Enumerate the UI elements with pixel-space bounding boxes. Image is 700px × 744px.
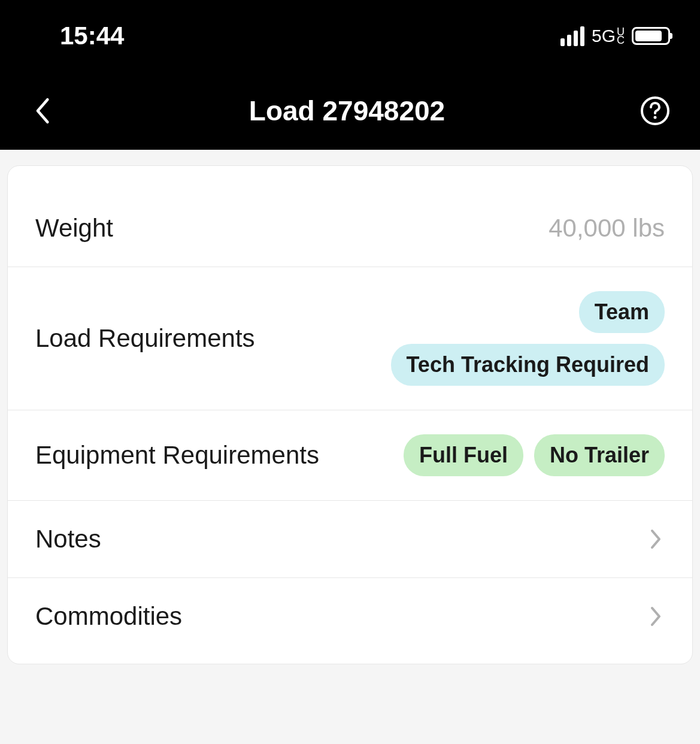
tag-team: Team bbox=[579, 291, 665, 333]
status-indicators: 5G U C bbox=[560, 26, 670, 46]
chevron-right-icon bbox=[647, 527, 665, 551]
commodities-row[interactable]: Commodities bbox=[8, 578, 692, 664]
status-bar: 15:44 5G U C bbox=[0, 0, 700, 72]
load-requirements-label: Load Requirements bbox=[35, 324, 255, 353]
equipment-requirements-tags: Full Fuel No Trailer bbox=[404, 434, 665, 476]
tag-no-trailer: No Trailer bbox=[534, 434, 665, 476]
help-icon bbox=[640, 96, 670, 126]
battery-icon bbox=[632, 27, 670, 45]
notes-row[interactable]: Notes bbox=[8, 501, 692, 578]
status-time: 15:44 bbox=[60, 22, 124, 50]
commodities-label: Commodities bbox=[35, 602, 182, 631]
notes-label: Notes bbox=[35, 525, 101, 554]
equipment-requirements-label: Equipment Requirements bbox=[35, 441, 319, 470]
back-button[interactable] bbox=[30, 93, 54, 129]
signal-icon bbox=[560, 26, 584, 46]
weight-value: 40,000 lbs bbox=[549, 214, 665, 243]
network-label: 5G U C bbox=[592, 26, 625, 46]
tag-tech-tracking: Tech Tracking Required bbox=[391, 344, 665, 386]
tag-full-fuel: Full Fuel bbox=[404, 434, 523, 476]
chevron-left-icon bbox=[34, 96, 50, 125]
weight-label: Weight bbox=[35, 214, 113, 243]
page-title: Load 27948202 bbox=[249, 95, 445, 127]
nav-bar: Load 27948202 bbox=[0, 72, 700, 150]
svg-point-1 bbox=[653, 116, 656, 119]
weight-row: Weight 40,000 lbs bbox=[8, 166, 692, 267]
equipment-requirements-row: Equipment Requirements Full Fuel No Trai… bbox=[8, 410, 692, 501]
load-requirements-tags: Team Tech Tracking Required bbox=[341, 291, 665, 386]
details-card: Weight 40,000 lbs Load Requirements Team… bbox=[7, 165, 693, 664]
load-requirements-row: Load Requirements Team Tech Tracking Req… bbox=[8, 267, 692, 410]
chevron-right-icon bbox=[647, 604, 665, 628]
help-button[interactable] bbox=[640, 96, 670, 126]
content-area: Weight 40,000 lbs Load Requirements Team… bbox=[0, 150, 700, 680]
